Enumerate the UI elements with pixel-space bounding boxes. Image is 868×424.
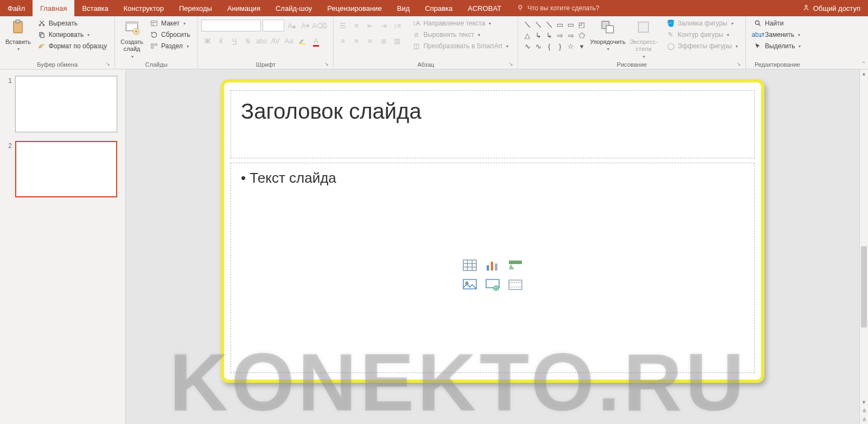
shape-arrow2-icon[interactable]: ⇨ bbox=[566, 30, 576, 40]
decrease-font-icon[interactable]: A▾ bbox=[299, 20, 311, 31]
columns-icon[interactable]: ▥ bbox=[391, 35, 403, 47]
shape-outline-button[interactable]: ✎ Контур фигуры ▾ bbox=[664, 30, 740, 40]
shapes-gallery[interactable]: ＼ ＼ ＼ ▭ ▭ ◰ △ ↳ ↳ ⇨ ⇨ ⬠ ∿ ∿ { } ☆ ▾ bbox=[521, 17, 588, 53]
slide-thumbnail-1[interactable] bbox=[15, 76, 117, 132]
shape-curve2-icon[interactable]: ∿ bbox=[533, 41, 543, 51]
dialog-launcher-icon[interactable]: ↘ bbox=[735, 61, 742, 68]
next-slide-icon[interactable]: ≛ bbox=[860, 415, 868, 424]
quick-styles-button[interactable]: Экспресс- стили ▾ bbox=[628, 17, 660, 60]
align-text-button[interactable]: ⎚ Выровнять текст ▾ bbox=[410, 30, 510, 40]
tab-acrobat[interactable]: ACROBAT bbox=[460, 0, 509, 16]
replace-button[interactable]: ab⇄ Заменить ▾ bbox=[751, 30, 803, 40]
new-slide-button[interactable]: Создать слайд ▾ bbox=[118, 17, 145, 60]
tab-transitions[interactable]: Переходы bbox=[171, 0, 220, 16]
content-placeholder[interactable]: • Текст слайда bbox=[231, 163, 755, 373]
shape-elbow-icon[interactable]: ↳ bbox=[533, 30, 543, 40]
tab-insert[interactable]: Вставка bbox=[74, 0, 116, 16]
insert-smartart-icon[interactable] bbox=[506, 257, 525, 273]
strikethrough-icon[interactable]: S̶ bbox=[242, 35, 254, 47]
vertical-scrollbar[interactable]: ▲ ▼ ≜ ≛ bbox=[859, 69, 868, 424]
bullets-icon[interactable]: ☰ bbox=[337, 20, 349, 31]
cut-button[interactable]: Вырезать bbox=[35, 18, 110, 28]
paste-button[interactable]: Вставить ▾ bbox=[3, 17, 33, 53]
dialog-launcher-icon[interactable]: ↘ bbox=[104, 61, 111, 68]
decrease-indent-icon[interactable]: ⇤ bbox=[364, 20, 376, 31]
insert-chart-icon[interactable] bbox=[483, 257, 502, 273]
select-button[interactable]: Выделить ▾ bbox=[751, 41, 803, 51]
shape-brace-icon[interactable]: { bbox=[544, 41, 554, 51]
arrange-button[interactable]: Упорядочить ▾ bbox=[588, 17, 627, 53]
layout-button[interactable]: Макет ▾ bbox=[148, 18, 192, 28]
share-button[interactable]: Общий доступ bbox=[795, 0, 868, 16]
group-paragraph-title: Абзац bbox=[417, 61, 434, 68]
change-case-icon[interactable]: Aa bbox=[283, 35, 295, 47]
dialog-launcher-icon[interactable]: ↘ bbox=[323, 61, 330, 68]
font-color-icon[interactable]: A bbox=[310, 35, 322, 47]
numbering-icon[interactable]: ≡ bbox=[350, 20, 362, 31]
slide[interactable]: Заголовок слайда • Текст слайда bbox=[224, 82, 761, 380]
svg-rect-11 bbox=[151, 21, 157, 25]
shape-line3-icon[interactable]: ＼ bbox=[544, 20, 554, 29]
smartart-button[interactable]: ◫ Преобразовать в SmartArt ▾ bbox=[410, 41, 510, 51]
tab-home[interactable]: Главная bbox=[33, 0, 74, 16]
scroll-track[interactable] bbox=[860, 78, 868, 398]
increase-font-icon[interactable]: A▴ bbox=[286, 20, 298, 31]
tab-review[interactable]: Рецензирование bbox=[320, 0, 389, 16]
line-spacing-icon[interactable]: ↕≡ bbox=[391, 20, 403, 31]
shape-pentagon-icon[interactable]: ⬠ bbox=[577, 30, 586, 40]
shape-more-icon[interactable]: ▾ bbox=[577, 41, 586, 51]
collapse-ribbon-icon[interactable]: ⌃ bbox=[861, 61, 866, 67]
shape-line2-icon[interactable]: ＼ bbox=[533, 20, 543, 29]
font-size-field[interactable] bbox=[263, 20, 284, 31]
clear-format-icon[interactable]: A⌫ bbox=[313, 20, 325, 31]
tab-view[interactable]: Вид bbox=[390, 0, 418, 16]
title-placeholder[interactable]: Заголовок слайда bbox=[231, 90, 755, 158]
shape-rect-icon[interactable]: ▭ bbox=[555, 20, 565, 29]
text-direction-button[interactable]: ↕A Направление текста ▾ bbox=[410, 18, 510, 28]
shape-rect2-icon[interactable]: ▭ bbox=[566, 20, 576, 29]
shape-curve-icon[interactable]: ∿ bbox=[522, 41, 532, 51]
insert-online-picture-icon[interactable] bbox=[483, 277, 502, 293]
find-button[interactable]: Найти bbox=[751, 18, 803, 28]
tab-slideshow[interactable]: Слайд-шоу bbox=[268, 0, 320, 16]
align-center-icon[interactable]: ≡ bbox=[350, 35, 362, 47]
scroll-thumb[interactable] bbox=[861, 246, 867, 327]
shape-triangle-icon[interactable]: △ bbox=[522, 30, 532, 40]
format-painter-button[interactable]: Формат по образцу bbox=[35, 41, 110, 51]
tab-design[interactable]: Конструктор bbox=[116, 0, 171, 16]
previous-slide-icon[interactable]: ≜ bbox=[860, 407, 868, 415]
tab-file[interactable]: Файл bbox=[0, 0, 33, 16]
tab-help[interactable]: Справка bbox=[417, 0, 460, 16]
align-right-icon[interactable]: ≡ bbox=[364, 35, 376, 47]
shadow-icon[interactable]: abc bbox=[256, 35, 267, 47]
shape-line-icon[interactable]: ＼ bbox=[522, 20, 532, 29]
insert-table-icon[interactable] bbox=[460, 257, 480, 273]
scroll-up-icon[interactable]: ▲ bbox=[860, 69, 868, 78]
font-family-field[interactable] bbox=[201, 20, 261, 31]
reset-button[interactable]: Сбросить bbox=[148, 30, 192, 40]
char-spacing-icon[interactable]: AV bbox=[269, 35, 281, 47]
shape-brace2-icon[interactable]: } bbox=[555, 41, 565, 51]
scroll-down-icon[interactable]: ▼ bbox=[860, 398, 868, 407]
tell-me-search[interactable]: Что вы хотите сделать? bbox=[509, 0, 607, 16]
copy-button[interactable]: Копировать ▾ bbox=[35, 30, 110, 40]
align-left-icon[interactable]: ≡ bbox=[337, 35, 349, 47]
bold-icon[interactable]: Ж bbox=[201, 35, 213, 47]
slide-thumbnail-2[interactable] bbox=[15, 141, 117, 197]
increase-indent-icon[interactable]: ⇥ bbox=[378, 20, 390, 31]
dialog-launcher-icon[interactable]: ↘ bbox=[507, 61, 514, 68]
highlight-color-icon[interactable] bbox=[296, 35, 308, 47]
shape-effects-button[interactable]: ◯ Эффекты фигуры ▾ bbox=[664, 41, 740, 51]
shape-fill-button[interactable]: 🪣 Заливка фигуры ▾ bbox=[664, 18, 740, 28]
justify-icon[interactable]: ≣ bbox=[378, 35, 390, 47]
italic-icon[interactable]: К bbox=[215, 35, 227, 47]
insert-video-icon[interactable] bbox=[506, 277, 525, 293]
tab-animations[interactable]: Анимация bbox=[220, 0, 268, 16]
shape-textbox-icon[interactable]: ◰ bbox=[577, 20, 586, 29]
shape-elbow2-icon[interactable]: ↳ bbox=[544, 30, 554, 40]
underline-icon[interactable]: Ч bbox=[228, 35, 240, 47]
section-button[interactable]: Раздел ▾ bbox=[148, 41, 192, 51]
shape-arrow-icon[interactable]: ⇨ bbox=[555, 30, 565, 40]
shape-star-icon[interactable]: ☆ bbox=[566, 41, 576, 51]
insert-picture-icon[interactable] bbox=[460, 277, 480, 293]
